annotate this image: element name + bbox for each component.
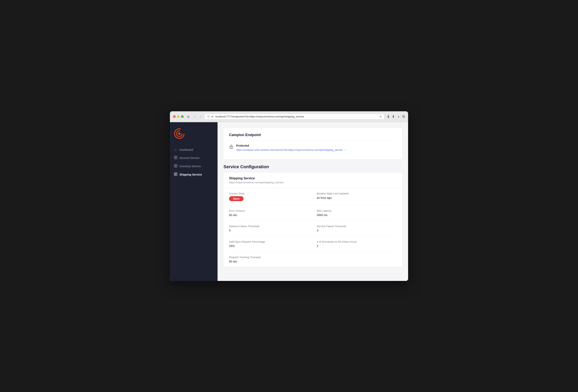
sidebar-item-account-service[interactable]: Account Service [170, 154, 218, 162]
home-icon: ⌂ [174, 148, 177, 152]
info-icon: ⓘ [207, 115, 210, 118]
network-failure-value: 5 [229, 229, 309, 232]
error-timeout-item: Error Timeout 60 sec [229, 209, 309, 217]
config-row-failure: Network Failure Threshold 5 Service Fail… [229, 221, 397, 236]
current-state-value: Open [229, 196, 309, 201]
service-config-card: Shipping Service https://myecommerce.com… [224, 173, 402, 267]
inventory-icon [174, 164, 177, 168]
traffic-lights [173, 115, 184, 118]
request-tracking-label: Request Tracking Timespan [229, 256, 309, 259]
config-row-state: Current State Open Breaker State Last Up… [229, 188, 397, 205]
service-name: Shipping Service [229, 176, 397, 180]
breaker-state-value: an hour ago [317, 196, 397, 199]
network-failure-label: Network Failure Threshold [229, 225, 309, 228]
request-tracking-item: Request Tracking Timespan 60 sec [229, 256, 309, 263]
close-button[interactable] [173, 115, 176, 118]
service-header: Shipping Service https://myecommerce.com… [224, 173, 402, 188]
half-open-value: 25% [229, 244, 309, 248]
page-content: Campion Endpoint Protected https://campi… [218, 122, 408, 281]
sidebar-label-account-service: Account Service [179, 156, 199, 160]
endpoint-protected-row: Protected https://campion.a1kn.workers.d… [229, 141, 397, 155]
service-url: https://myecommerce.com/api/shipping_ser… [229, 181, 397, 184]
logo-area [170, 126, 218, 146]
sidebar-item-shipping-service[interactable]: Shipping Service [170, 171, 218, 179]
app-logo [174, 128, 185, 139]
service-failure-item: Service Failure Threshold 3 [317, 225, 397, 232]
sidebar-item-dashboard[interactable]: ⌂ Dashboard [170, 146, 218, 154]
reload-button[interactable]: ↻ [380, 115, 382, 118]
request-tracking-value: 60 sec [229, 260, 309, 263]
breaker-state-label: Breaker State Last Updated [317, 192, 397, 195]
address-bar-container: ⓘ ⛨ ↻ [204, 114, 385, 120]
address-input[interactable] [215, 115, 378, 118]
endpoint-title: Campion Endpoint [229, 133, 397, 137]
back-button[interactable]: ‹ [193, 115, 196, 119]
forward-button[interactable]: › [199, 115, 202, 119]
share-icon[interactable]: ⬆ [392, 114, 395, 119]
svg-point-2 [178, 132, 181, 135]
half-open-item: Half-Open Request Percentage 25% [229, 240, 309, 248]
sidebar-toggle-button[interactable]: ⊞ [186, 115, 191, 119]
main-content: ⌂ Dashboard Account Service [170, 122, 408, 281]
download-icon[interactable]: ⬇ [387, 114, 390, 119]
current-state-label: Current State [229, 192, 309, 195]
state-badge: Open [229, 196, 243, 201]
browser-window: ⊞ ‹ › ⓘ ⛨ ↻ ⬇ ⬆ ＋ ⧉ [170, 111, 408, 281]
empty-col [317, 256, 397, 263]
max-latency-item: Max Latency 3000 ms [317, 209, 397, 217]
shipping-icon [174, 173, 177, 176]
new-tab-icon[interactable]: ＋ [397, 114, 400, 119]
successes-item: # of Successes to Re-Close Circuit 2 [317, 240, 397, 248]
half-open-label: Half-Open Request Percentage [229, 240, 309, 243]
error-timeout-label: Error Timeout [229, 209, 309, 212]
breaker-state-item: Breaker State Last Updated an hour ago [317, 192, 397, 201]
lock-icon [229, 144, 234, 150]
sidebar-label-shipping-service: Shipping Service [179, 173, 202, 176]
shield-icon: ⛨ [211, 115, 214, 118]
sidebar-label-inventory-service: Inventory Service [179, 165, 201, 168]
successes-label: # of Successes to Re-Close Circuit [317, 240, 397, 243]
current-state-item: Current State Open [229, 192, 309, 201]
max-latency-value: 3000 ms [317, 214, 397, 217]
max-latency-label: Max Latency [317, 209, 397, 212]
config-grid: Current State Open Breaker State Last Up… [224, 188, 402, 267]
maximize-button[interactable] [181, 115, 184, 118]
endpoint-card: Campion Endpoint Protected https://campi… [224, 128, 402, 160]
sidebar: ⌂ Dashboard Account Service [170, 122, 218, 281]
section-title: Service Configuration [224, 164, 402, 170]
service-failure-label: Service Failure Threshold [317, 225, 397, 228]
service-failure-value: 3 [317, 229, 397, 232]
config-row-timeout: Error Timeout 60 sec Max Latency 3000 ms [229, 205, 397, 221]
nav-items: ⌂ Dashboard Account Service [170, 146, 218, 179]
protected-url-link[interactable]: https://campion.a1kn.workers.dev/service… [236, 148, 346, 151]
account-icon [174, 156, 177, 160]
title-bar: ⊞ ‹ › ⓘ ⛨ ↻ ⬇ ⬆ ＋ ⧉ [170, 111, 408, 122]
error-timeout-value: 60 sec [229, 214, 309, 217]
successes-value: 2 [317, 244, 397, 248]
toolbar-actions: ⬇ ⬆ ＋ ⧉ [387, 114, 405, 119]
network-failure-item: Network Failure Threshold 5 [229, 225, 309, 232]
tabs-icon[interactable]: ⧉ [402, 114, 405, 119]
config-row-halfopen: Half-Open Request Percentage 25% # of Su… [229, 236, 397, 252]
sidebar-label-dashboard: Dashboard [179, 148, 193, 151]
protected-info: Protected https://campion.a1kn.workers.d… [236, 144, 346, 152]
protected-label: Protected [236, 144, 346, 147]
config-row-tracking: Request Tracking Timespan 60 sec [229, 252, 397, 267]
minimize-button[interactable] [177, 115, 180, 118]
sidebar-item-inventory-service[interactable]: Inventory Service [170, 162, 218, 171]
svg-point-16 [231, 147, 232, 148]
